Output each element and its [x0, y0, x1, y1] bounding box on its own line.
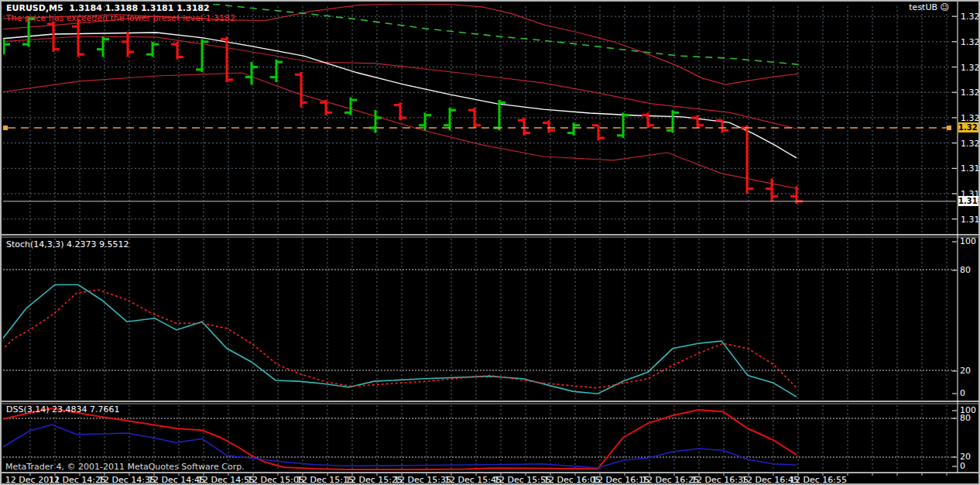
time-axis-label: 12 Dec 15:45	[444, 475, 502, 483]
chart-title: EURUSD,M5 1.3184 1.3188 1.3181 1.3182	[6, 4, 210, 13]
yellow-level-handle-left[interactable]	[3, 126, 8, 130]
smiley-icon: ☺	[941, 2, 949, 12]
copyright-label: MetaTrader 4, © 2001-2011 MetaQuotes Sof…	[5, 463, 245, 472]
time-axis-label: 12 Dec 16:35	[691, 475, 749, 483]
stoch-indicator-label: Stoch(14,3,3) 4.2373 9.5512	[6, 240, 129, 249]
time-axis-label: 12 Dec 14:55	[197, 475, 255, 483]
time-axis-label: 12 Dec 15:05	[247, 475, 304, 483]
ohlc-values: 1.3184 1.3188 1.3181 1.3182	[69, 3, 209, 13]
time-axis-label: 12 Dec 16:15	[592, 475, 649, 483]
price-axis-label: 1.3245	[961, 37, 978, 47]
indicator-axis-label: 100	[960, 236, 976, 246]
time-axis-label: 12 Dec 16:55	[790, 475, 847, 483]
yellow-level-handle-right[interactable]	[947, 126, 951, 130]
symbol-timeframe-label: EURUSD,M5	[6, 3, 63, 13]
indicator-axis-label: 80	[960, 413, 971, 423]
price-axis-label: 1.3215	[961, 113, 978, 123]
alert-message: The price has exceeded the lower preset …	[6, 14, 235, 23]
expert-advisor-label: testUB ☺	[909, 3, 949, 12]
price-axis-label: 1.3205	[961, 139, 978, 149]
chart-canvas[interactable]: 1.32551.32451.32351.32251.32151.32051.31…	[2, 2, 978, 483]
price-axis-label: 1.3235	[961, 63, 978, 73]
indicator-axis-label: 20	[960, 366, 971, 376]
price-axis-label: 1.3175	[961, 215, 978, 225]
time-axis-label: 12 Dec 15:55	[494, 475, 551, 483]
time-axis-label: 12 Dec 14:35	[98, 475, 156, 483]
current-price-tag: 1.3182	[958, 196, 980, 206]
time-axis-label: 12 Dec 16:25	[642, 475, 699, 483]
price-axis-label: 1.3195	[961, 163, 978, 174]
time-axis-label: 12 Dec 14:25	[49, 475, 106, 483]
time-axis-label: 12 Dec 14:45	[148, 475, 205, 483]
price-axis-label: 1.3225	[961, 88, 978, 98]
yellow-level-price-tag: 1.3211	[958, 122, 980, 132]
mt4-chart-window: 1.32551.32451.32351.32251.32151.32051.31…	[0, 0, 980, 485]
dss-indicator-label: DSS(3,14) 23.4834 7.7661	[6, 405, 119, 414]
indicator-axis-label: 80	[960, 265, 971, 275]
time-axis-label: 12 Dec 15:35	[394, 475, 451, 483]
price-axis-label: 1.3255	[961, 12, 978, 22]
time-axis-labels: 12 Dec 201112 Dec 14:2512 Dec 14:3512 De…	[5, 475, 847, 483]
indicator-axis-label: 0	[960, 388, 965, 398]
indicator-axis-label: 0	[960, 461, 965, 471]
